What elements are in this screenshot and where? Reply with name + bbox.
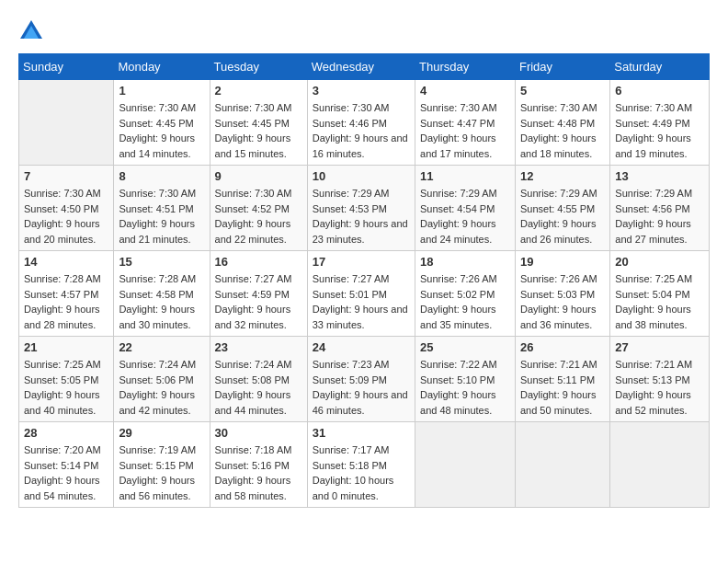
column-header-thursday: Thursday — [415, 54, 516, 80]
day-number: 31 — [313, 426, 410, 440]
day-info: Sunrise: 7:29 AMSunset: 4:54 PMDaylight:… — [420, 186, 510, 247]
calendar-cell: 28Sunrise: 7:20 AMSunset: 5:14 PMDayligh… — [19, 422, 114, 508]
day-number: 5 — [520, 84, 605, 98]
calendar-cell — [515, 422, 609, 508]
day-number: 1 — [119, 84, 204, 98]
day-number: 30 — [215, 426, 302, 440]
day-info: Sunrise: 7:30 AMSunset: 4:48 PMDaylight:… — [520, 100, 605, 161]
day-info: Sunrise: 7:30 AMSunset: 4:45 PMDaylight:… — [119, 100, 204, 161]
day-info: Sunrise: 7:17 AMSunset: 5:18 PMDaylight:… — [313, 442, 410, 503]
calendar-cell: 5Sunrise: 7:30 AMSunset: 4:48 PMDaylight… — [515, 80, 609, 166]
column-header-friday: Friday — [515, 54, 609, 80]
calendar-cell: 31Sunrise: 7:17 AMSunset: 5:18 PMDayligh… — [307, 422, 415, 508]
calendar-cell: 6Sunrise: 7:30 AMSunset: 4:49 PMDaylight… — [610, 80, 710, 166]
day-info: Sunrise: 7:20 AMSunset: 5:14 PMDaylight:… — [24, 442, 108, 503]
day-number: 12 — [520, 169, 605, 183]
day-info: Sunrise: 7:23 AMSunset: 5:09 PMDaylight:… — [313, 357, 410, 418]
day-number: 8 — [119, 169, 204, 183]
day-number: 6 — [615, 84, 704, 98]
calendar-cell: 7Sunrise: 7:30 AMSunset: 4:50 PMDaylight… — [19, 166, 114, 251]
week-row-5: 28Sunrise: 7:20 AMSunset: 5:14 PMDayligh… — [19, 422, 710, 508]
day-number: 18 — [420, 255, 510, 269]
calendar-cell: 12Sunrise: 7:29 AMSunset: 4:55 PMDayligh… — [515, 166, 609, 251]
day-number: 2 — [215, 84, 302, 98]
day-info: Sunrise: 7:29 AMSunset: 4:55 PMDaylight:… — [520, 186, 605, 247]
calendar-cell: 3Sunrise: 7:30 AMSunset: 4:46 PMDaylight… — [307, 80, 415, 166]
calendar-cell: 9Sunrise: 7:30 AMSunset: 4:52 PMDaylight… — [210, 166, 307, 251]
day-info: Sunrise: 7:26 AMSunset: 5:03 PMDaylight:… — [520, 271, 605, 332]
day-number: 3 — [313, 84, 410, 98]
calendar-table: SundayMondayTuesdayWednesdayThursdayFrid… — [18, 53, 710, 508]
column-header-monday: Monday — [114, 54, 210, 80]
logo-icon — [18, 18, 44, 44]
calendar-cell: 24Sunrise: 7:23 AMSunset: 5:09 PMDayligh… — [307, 337, 415, 422]
calendar-cell: 10Sunrise: 7:29 AMSunset: 4:53 PMDayligh… — [307, 166, 415, 251]
calendar-cell: 11Sunrise: 7:29 AMSunset: 4:54 PMDayligh… — [415, 166, 516, 251]
day-number: 20 — [615, 255, 704, 269]
day-info: Sunrise: 7:25 AMSunset: 5:04 PMDaylight:… — [615, 271, 704, 332]
day-number: 28 — [24, 426, 108, 440]
day-info: Sunrise: 7:28 AMSunset: 4:57 PMDaylight:… — [24, 271, 108, 332]
day-info: Sunrise: 7:30 AMSunset: 4:47 PMDaylight:… — [420, 100, 510, 161]
calendar-cell: 23Sunrise: 7:24 AMSunset: 5:08 PMDayligh… — [210, 337, 307, 422]
calendar-cell: 1Sunrise: 7:30 AMSunset: 4:45 PMDaylight… — [114, 80, 210, 166]
day-info: Sunrise: 7:26 AMSunset: 5:02 PMDaylight:… — [420, 271, 510, 332]
day-number: 13 — [615, 169, 704, 183]
day-info: Sunrise: 7:29 AMSunset: 4:53 PMDaylight:… — [313, 186, 410, 247]
day-number: 27 — [615, 340, 704, 354]
week-row-2: 7Sunrise: 7:30 AMSunset: 4:50 PMDaylight… — [19, 166, 710, 251]
column-header-saturday: Saturday — [610, 54, 710, 80]
calendar-cell: 19Sunrise: 7:26 AMSunset: 5:03 PMDayligh… — [515, 251, 609, 337]
calendar-cell: 2Sunrise: 7:30 AMSunset: 4:45 PMDaylight… — [210, 80, 307, 166]
calendar-cell: 16Sunrise: 7:27 AMSunset: 4:59 PMDayligh… — [210, 251, 307, 337]
calendar-cell: 13Sunrise: 7:29 AMSunset: 4:56 PMDayligh… — [610, 166, 710, 251]
week-row-1: 1Sunrise: 7:30 AMSunset: 4:45 PMDaylight… — [19, 80, 710, 166]
calendar-cell: 17Sunrise: 7:27 AMSunset: 5:01 PMDayligh… — [307, 251, 415, 337]
day-number: 16 — [215, 255, 302, 269]
day-number: 19 — [520, 255, 605, 269]
day-number: 22 — [119, 340, 204, 354]
day-info: Sunrise: 7:29 AMSunset: 4:56 PMDaylight:… — [615, 186, 704, 247]
day-info: Sunrise: 7:24 AMSunset: 5:08 PMDaylight:… — [215, 357, 302, 418]
week-row-3: 14Sunrise: 7:28 AMSunset: 4:57 PMDayligh… — [19, 251, 710, 337]
day-info: Sunrise: 7:30 AMSunset: 4:51 PMDaylight:… — [119, 186, 204, 247]
day-info: Sunrise: 7:18 AMSunset: 5:16 PMDaylight:… — [215, 442, 302, 503]
day-number: 25 — [420, 340, 510, 354]
day-number: 21 — [24, 340, 108, 354]
day-info: Sunrise: 7:30 AMSunset: 4:50 PMDaylight:… — [24, 186, 108, 247]
day-number: 24 — [313, 340, 410, 354]
calendar-body: 1Sunrise: 7:30 AMSunset: 4:45 PMDaylight… — [19, 80, 710, 508]
day-info: Sunrise: 7:22 AMSunset: 5:10 PMDaylight:… — [420, 357, 510, 418]
calendar-cell: 25Sunrise: 7:22 AMSunset: 5:10 PMDayligh… — [415, 337, 516, 422]
calendar-cell: 29Sunrise: 7:19 AMSunset: 5:15 PMDayligh… — [114, 422, 210, 508]
day-info: Sunrise: 7:21 AMSunset: 5:13 PMDaylight:… — [615, 357, 704, 418]
calendar-cell — [19, 80, 114, 166]
day-info: Sunrise: 7:30 AMSunset: 4:46 PMDaylight:… — [313, 100, 410, 161]
calendar-cell: 21Sunrise: 7:25 AMSunset: 5:05 PMDayligh… — [19, 337, 114, 422]
day-info: Sunrise: 7:19 AMSunset: 5:15 PMDaylight:… — [119, 442, 204, 503]
day-info: Sunrise: 7:30 AMSunset: 4:52 PMDaylight:… — [215, 186, 302, 247]
day-info: Sunrise: 7:21 AMSunset: 5:11 PMDaylight:… — [520, 357, 605, 418]
day-number: 26 — [520, 340, 605, 354]
day-info: Sunrise: 7:27 AMSunset: 5:01 PMDaylight:… — [313, 271, 410, 332]
calendar-cell: 18Sunrise: 7:26 AMSunset: 5:02 PMDayligh… — [415, 251, 516, 337]
calendar-cell — [610, 422, 710, 508]
logo — [18, 18, 48, 44]
day-number: 29 — [119, 426, 204, 440]
column-header-wednesday: Wednesday — [307, 54, 415, 80]
calendar-cell: 20Sunrise: 7:25 AMSunset: 5:04 PMDayligh… — [610, 251, 710, 337]
day-number: 10 — [313, 169, 410, 183]
calendar-cell: 22Sunrise: 7:24 AMSunset: 5:06 PMDayligh… — [114, 337, 210, 422]
day-info: Sunrise: 7:27 AMSunset: 4:59 PMDaylight:… — [215, 271, 302, 332]
calendar-cell: 14Sunrise: 7:28 AMSunset: 4:57 PMDayligh… — [19, 251, 114, 337]
day-number: 9 — [215, 169, 302, 183]
day-info: Sunrise: 7:28 AMSunset: 4:58 PMDaylight:… — [119, 271, 204, 332]
calendar-cell: 8Sunrise: 7:30 AMSunset: 4:51 PMDaylight… — [114, 166, 210, 251]
week-row-4: 21Sunrise: 7:25 AMSunset: 5:05 PMDayligh… — [19, 337, 710, 422]
day-number: 7 — [24, 169, 108, 183]
day-number: 15 — [119, 255, 204, 269]
day-number: 14 — [24, 255, 108, 269]
day-number: 23 — [215, 340, 302, 354]
day-number: 4 — [420, 84, 510, 98]
day-info: Sunrise: 7:30 AMSunset: 4:49 PMDaylight:… — [615, 100, 704, 161]
